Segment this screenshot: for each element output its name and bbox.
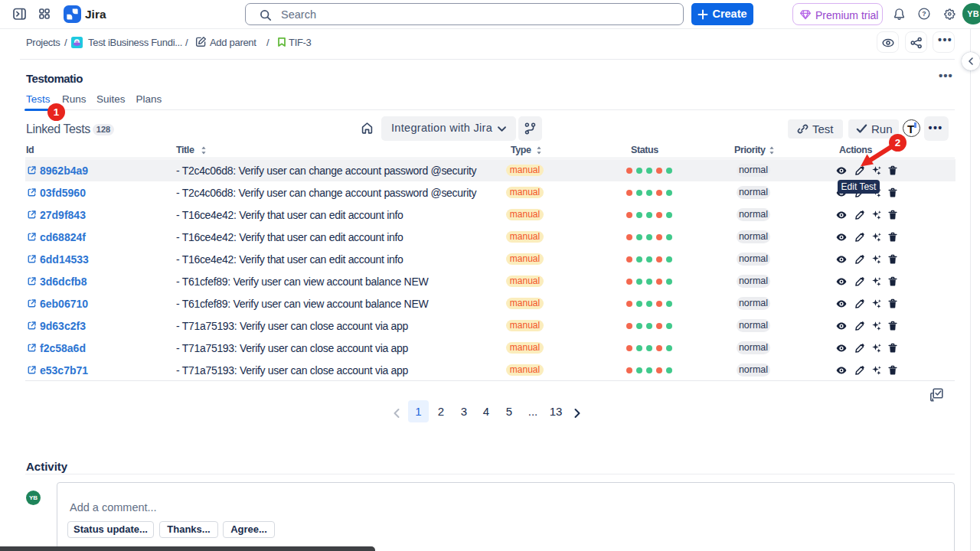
svg-text:?: ? [922,10,926,18]
